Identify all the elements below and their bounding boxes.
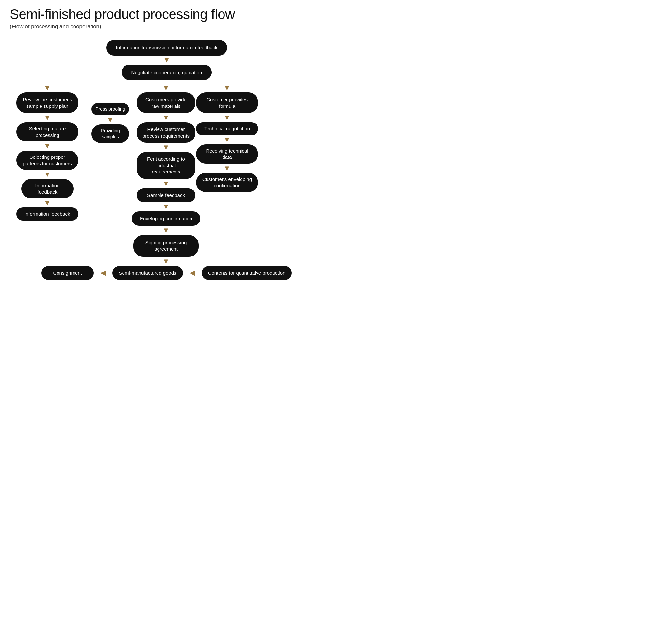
arrow-center-4: ▼ <box>162 202 170 211</box>
arrow-right-2: ▼ <box>224 135 231 144</box>
arrow-left-2: ▼ <box>44 142 51 151</box>
node-info-feedback: Information feedback <box>21 179 74 198</box>
node-bottom-semi: Semi-manufactured goods <box>112 266 183 281</box>
diagram: Information transmission, information fe… <box>10 40 324 280</box>
arrow-top-negotiate: ▼ <box>10 56 324 65</box>
arrow-negotiate-right: ▼ <box>224 83 231 92</box>
node-right-formula: Customer provides formula <box>196 92 258 113</box>
node-patterns: Selecting proper patterns for customers <box>16 151 78 170</box>
node-selecting-mature: Selecting mature processing <box>16 122 78 142</box>
arrow-semi-consignment: ◀ <box>100 269 106 277</box>
arrow-center-5: ▼ <box>162 226 170 235</box>
node-right-tech-neg: Technical negotiation <box>196 122 258 135</box>
page-subtitle: (Flow of processing and cooperation) <box>10 23 322 30</box>
arrow-center-6: ▼ <box>162 257 170 266</box>
node-negotiate: Negotiate cooperation, quotation <box>122 65 212 80</box>
node-press-proofing: Press proofing <box>91 103 129 115</box>
node-bottom-consignment: Consignment <box>41 266 94 281</box>
arrow-negotiate-left: ▼ <box>44 83 51 92</box>
arrow-right-3: ▼ <box>224 164 231 173</box>
arrow-right-1: ▼ <box>224 113 231 122</box>
node-right-receiving: Receiving technical data <box>196 144 258 164</box>
node-right-enveloping: Customer's enveloping confirmation <box>196 173 258 192</box>
node-providing-samples: Providing samples <box>91 124 129 143</box>
node-left-review: Review the customer's sample supply plan <box>16 92 78 113</box>
arrow-center-1: ▼ <box>162 113 170 122</box>
page-title: Semi-finished product processing flow <box>10 6 322 22</box>
arrow-left-3: ▼ <box>44 170 51 179</box>
arrow-press-providing: ▼ <box>107 115 114 124</box>
arrow-center-3: ▼ <box>162 179 170 188</box>
arrow-left-4: ▼ <box>44 198 51 207</box>
node-bottom-contents: Contents for quantitative production <box>202 266 292 281</box>
arrow-left-1: ▼ <box>44 113 51 122</box>
node-top: Information transmission, information fe… <box>106 40 227 56</box>
arrow-center-2: ▼ <box>162 143 170 152</box>
arrow-contents-semi: ◀ <box>189 269 195 277</box>
node-info-feedback2: information feedback <box>16 207 78 221</box>
arrow-negotiate-center: ▼ <box>162 83 170 92</box>
